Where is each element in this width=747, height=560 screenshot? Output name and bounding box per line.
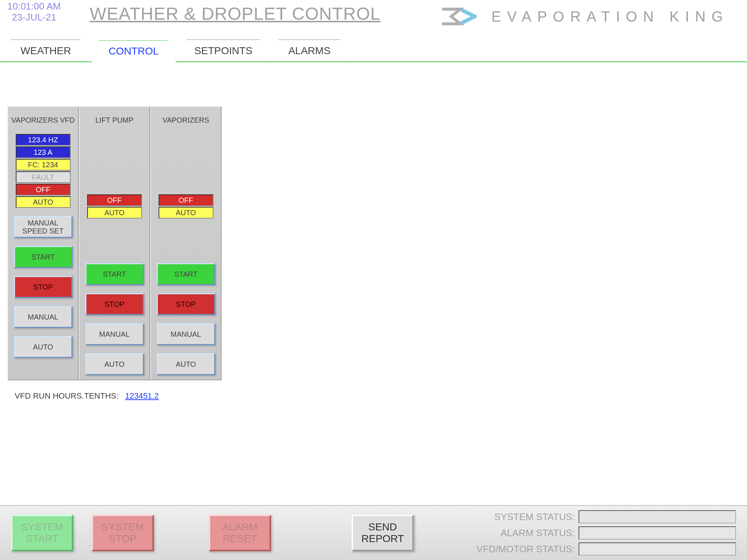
system-status-field — [579, 510, 736, 523]
panel-lift-pump: LIFT PUMP OFF AUTO START STOP MANUAL AUT… — [79, 106, 150, 380]
brand: EVAPORATION KING — [440, 5, 729, 27]
tab-setpoints[interactable]: SETPOINTS — [179, 40, 267, 61]
vap-mode-indicator: AUTO — [159, 207, 213, 219]
datetime: 10:01:00 AM 23-JUL-21 — [7, 1, 61, 23]
lift-manual-button[interactable]: MANUAL — [85, 323, 144, 345]
tab-row: WEATHER CONTROL SETPOINTS ALARMS — [0, 37, 747, 62]
alarm-status-label: ALARM STATUS: — [501, 527, 575, 539]
panel-vap-title: VAPORIZERS — [163, 110, 209, 130]
vap-stop-button[interactable]: STOP — [157, 293, 215, 315]
panel-container: VAPORIZERS VFD 123.4 HZ 123 A FC: 1234 F… — [7, 106, 747, 380]
system-status-label: SYSTEM STATUS: — [494, 511, 575, 523]
panel-lift-title: LIFT PUMP — [95, 110, 133, 130]
time-text: 10:01:00 AM — [7, 1, 61, 12]
lift-mode-indicator: AUTO — [87, 207, 142, 219]
tab-alarms[interactable]: ALARMS — [271, 40, 348, 61]
vfd-start-button[interactable]: START — [14, 246, 73, 268]
system-start-button[interactable]: SYSTEM START — [11, 515, 73, 551]
vfd-auto-button[interactable]: AUTO — [14, 336, 73, 358]
vfd-stop-button[interactable]: STOP — [14, 276, 73, 298]
tab-weather[interactable]: WEATHER — [4, 40, 88, 61]
footer-bar: SYSTEM START SYSTEM STOP ALARM RESET SEN… — [0, 505, 747, 560]
alarm-status-field — [579, 526, 736, 540]
header: 10:01:00 AM 23-JUL-21 WEATHER & DROPLET … — [0, 0, 747, 29]
lift-auto-button[interactable]: AUTO — [85, 353, 144, 375]
vfd-state-indicator: OFF — [16, 184, 71, 195]
date-text: 23-JUL-21 — [7, 12, 61, 23]
tab-alarms-label: ALARMS — [288, 45, 330, 57]
tab-weather-label: WEATHER — [21, 45, 71, 57]
vap-state-indicator: OFF — [159, 194, 213, 206]
vfd-amps-indicator: 123 A — [16, 146, 71, 158]
vap-indicator-stack: OFF AUTO — [159, 194, 213, 219]
panel-vaporizers: VAPORIZERS OFF AUTO START STOP MANUAL AU… — [150, 106, 222, 380]
vap-manual-button[interactable]: MANUAL — [157, 323, 215, 345]
brand-name: EVAPORATION KING — [491, 8, 729, 25]
vfd-hz-indicator: 123.4 HZ — [16, 134, 71, 146]
lift-stop-button[interactable]: STOP — [85, 293, 144, 315]
panel-vfd: VAPORIZERS VFD 123.4 HZ 123 A FC: 1234 F… — [7, 106, 79, 380]
vfd-manual-button[interactable]: MANUAL — [14, 306, 73, 328]
lift-state-indicator: OFF — [87, 194, 142, 206]
tab-control-label: CONTROL — [109, 45, 159, 57]
vfd-fc-indicator: FC: 1234 — [16, 159, 71, 171]
vfd-manual-speed-button[interactable]: MANUAL SPEED SET — [14, 216, 73, 238]
brand-logo-icon — [440, 5, 477, 27]
tab-setpoints-label: SETPOINTS — [194, 45, 253, 57]
system-stop-button[interactable]: SYSTEM STOP — [92, 515, 154, 551]
vfd-mode-indicator: AUTO — [16, 196, 71, 208]
run-hours-label: VFD RUN HOURS.TENTHS: — [15, 391, 119, 400]
lift-start-button[interactable]: START — [85, 263, 144, 285]
vfd-fault-indicator: FAULT — [16, 171, 71, 183]
vfd-status-field — [579, 542, 736, 556]
page-title: WEATHER & DROPLET CONTROL — [90, 4, 380, 24]
panel-vfd-title: VAPORIZERS VFD — [11, 110, 75, 130]
lift-indicator-stack: OFF AUTO — [87, 194, 142, 219]
vap-auto-button[interactable]: AUTO — [157, 353, 215, 375]
run-hours-value-link[interactable]: 123451.2 — [125, 391, 159, 400]
vap-start-button[interactable]: START — [157, 263, 215, 285]
alarm-reset-button[interactable]: ALARM RESET — [209, 515, 271, 551]
send-report-button[interactable]: SEND REPORT — [352, 515, 414, 551]
status-block: SYSTEM STATUS: ALARM STATUS: VFD/MOTOR S… — [476, 510, 736, 556]
vfd-indicator-stack: 123.4 HZ 123 A FC: 1234 FAULT OFF AUTO — [16, 134, 71, 208]
tab-control[interactable]: CONTROL — [92, 40, 176, 62]
run-hours-row: VFD RUN HOURS.TENTHS: 123451.2 — [15, 391, 747, 401]
vfd-status-label: VFD/MOTOR STATUS: — [476, 544, 575, 555]
